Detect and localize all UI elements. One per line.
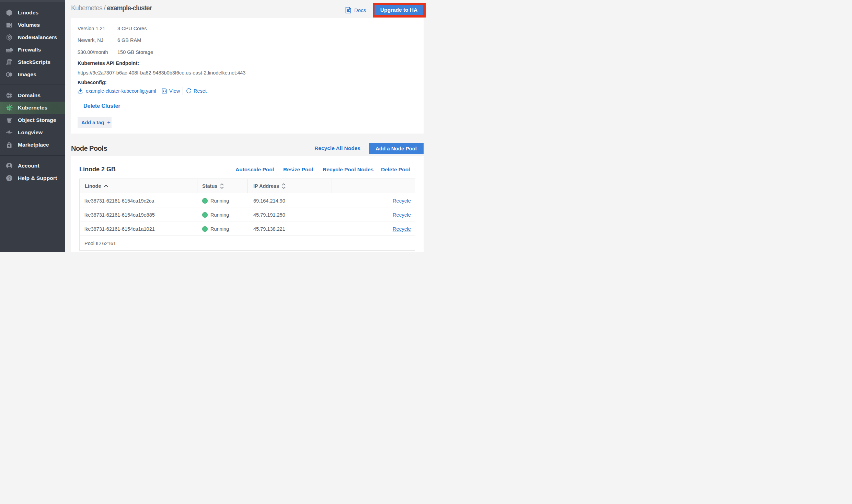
svg-text:?: ? — [8, 176, 11, 181]
